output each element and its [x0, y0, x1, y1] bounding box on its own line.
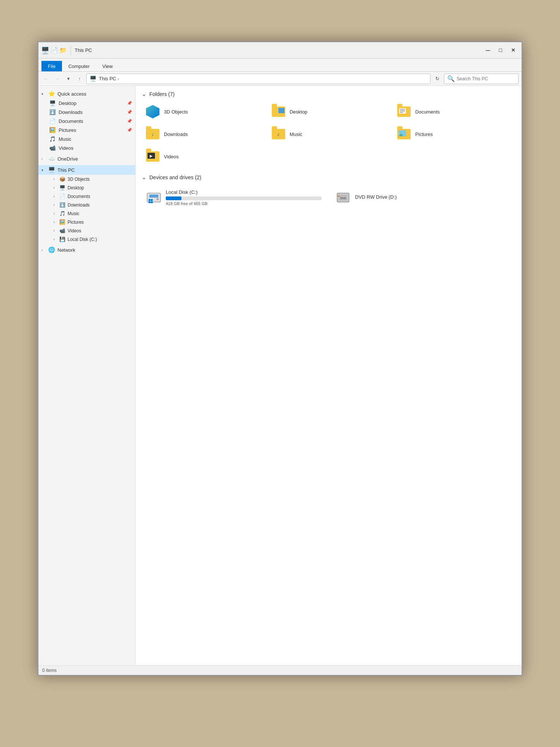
back-button[interactable]: ←: [41, 74, 50, 83]
close-button[interactable]: ✕: [508, 47, 519, 54]
folder-label-documents: Documents: [415, 109, 440, 115]
svg-rect-5: [149, 201, 150, 203]
icon-pictures-sub: 🖼️: [59, 219, 65, 225]
documents-icon: 📄: [49, 118, 56, 124]
dropdown-button[interactable]: ▾: [64, 74, 73, 83]
folder-item-downloads[interactable]: ↓ Downloads: [141, 124, 264, 144]
onedrive-icon: ☁️: [48, 155, 55, 162]
refresh-button[interactable]: ↻: [433, 74, 442, 83]
pin-icon-documents: 📌: [127, 119, 132, 124]
svg-text:DVD: DVD: [340, 197, 346, 199]
sidebar-item-documents[interactable]: 📄 Documents 📌: [38, 117, 135, 125]
title-bar-separator: [71, 45, 71, 56]
address-path[interactable]: 🖥️ This PC ›: [86, 74, 430, 84]
sidebar-thispc-downloads[interactable]: › ⬇️ Downloads: [38, 201, 135, 209]
videos-icon: 📹: [49, 145, 56, 151]
folder-item-videos[interactable]: ▶ Videos: [141, 147, 264, 166]
sidebar-thispc-music[interactable]: › 🎵 Music: [38, 209, 135, 218]
sidebar-thispc-desktop[interactable]: › 🖥️ Desktop: [38, 183, 135, 192]
onedrive-label: OneDrive: [57, 156, 78, 162]
path-chevron: ›: [118, 77, 119, 81]
folder-item-documents[interactable]: Documents: [393, 102, 516, 121]
ribbon: File Computer View: [38, 59, 522, 72]
sidebar-item-desktop[interactable]: 🖥️ Desktop 📌: [38, 99, 135, 108]
drive-info-d: DVD RW Drive (D:): [355, 194, 511, 201]
search-input[interactable]: [457, 76, 515, 81]
ribbon-tabs: File Computer View: [38, 59, 522, 71]
expand-desktop: ›: [53, 186, 58, 190]
icon-localdisk-sub: 💾: [59, 236, 65, 242]
minimize-button[interactable]: ─: [483, 47, 493, 54]
sidebar-thispc-pictures[interactable]: › 🖼️ Pictures: [38, 218, 135, 226]
sidebar-item-pictures[interactable]: 🖼️ Pictures 📌: [38, 125, 135, 134]
folder-icon-wrap-videos: ▶: [145, 150, 160, 163]
thispc-section: ▾ 🖥️ This PC › 📦 3D Objects › 🖥️ Desktop…: [38, 165, 135, 244]
address-bar: ← → ▾ ↑ 🖥️ This PC › ↻ 🔍: [38, 72, 522, 86]
sidebar-item-videos[interactable]: 📹 Videos: [38, 143, 135, 152]
up-button[interactable]: ↑: [75, 74, 84, 83]
sidebar-thispc-documents[interactable]: › 📄 Documents: [38, 192, 135, 201]
window-controls: ─ □ ✕: [483, 47, 519, 54]
icon-documents-sub: 📄: [59, 193, 65, 199]
icon-desktop-sub: 🖥️: [59, 185, 65, 190]
search-icon: 🔍: [447, 75, 455, 82]
svg-rect-6: [151, 201, 153, 203]
tab-file[interactable]: File: [41, 61, 62, 71]
pin-icon-pictures: 📌: [127, 128, 132, 133]
maximize-button[interactable]: □: [496, 47, 505, 54]
expand-documents: ›: [53, 194, 58, 198]
search-box[interactable]: 🔍: [444, 74, 519, 84]
sidebar-item-downloads[interactable]: ⬇️ Downloads 📌: [38, 108, 135, 117]
hdd-svg: [146, 191, 161, 204]
folder-icon-wrap-pictures: [396, 127, 411, 141]
quick-access-section: ▾ ⭐ Quick access 🖥️ Desktop 📌 ⬇️ Downloa…: [38, 89, 135, 152]
pictures-icon: 🖼️: [49, 127, 56, 133]
main-layout: ▾ ⭐ Quick access 🖥️ Desktop 📌 ⬇️ Downloa…: [38, 86, 522, 665]
svg-rect-1: [149, 195, 158, 198]
sidebar-thispc-videos[interactable]: › 📹 Videos: [38, 226, 135, 235]
folder-item-music[interactable]: ♪ Music: [267, 124, 390, 144]
expand-3dobjects: ›: [53, 177, 58, 181]
status-bar: 0 items: [38, 665, 522, 675]
icon-videos-sub: 📹: [59, 228, 65, 233]
title-bar-title: This PC: [75, 47, 92, 53]
folder-icon-wrap-downloads: ↓: [145, 127, 160, 141]
music-icon: 🎵: [49, 136, 56, 142]
folder-icon-title: 📁: [59, 47, 67, 54]
content-area: Folders (7) 3D Objects: [136, 86, 522, 665]
path-label: This PC: [99, 76, 116, 81]
tab-computer[interactable]: Computer: [62, 61, 96, 71]
pin-icon-downloads: 📌: [127, 110, 132, 115]
sidebar-thispc-3dobjects[interactable]: › 📦 3D Objects: [38, 175, 135, 183]
folder-item-pictures[interactable]: Pictures: [393, 124, 516, 144]
folder-item-3dobjects[interactable]: 3D Objects: [141, 102, 264, 121]
drive-info-c: Local Disk (C:) 418 GB free of 465 GB: [166, 189, 321, 206]
svg-point-2: [156, 198, 159, 200]
drive-item-d[interactable]: DVD DVD RW Drive (D:): [331, 185, 516, 210]
folder-label-music: Music: [290, 131, 302, 137]
sidebar-item-music[interactable]: 🎵 Music: [38, 134, 135, 143]
folder-item-desktop[interactable]: Desktop: [267, 102, 390, 121]
expand-videos: ›: [53, 229, 58, 233]
dvd-svg: DVD: [336, 190, 351, 205]
sidebar-thispc-localdisk[interactable]: › 💾 Local Disk (C:): [38, 235, 135, 244]
network-section: › 🌐 Network: [38, 245, 135, 255]
devices-section: Devices and drives (2): [141, 174, 516, 210]
tab-view[interactable]: View: [96, 61, 119, 71]
quick-access-label: Quick access: [57, 91, 86, 97]
title-bar: 🖥️ 📄 📁 This PC ─ □ ✕: [38, 42, 522, 59]
quick-access-header[interactable]: ▾ ⭐ Quick access: [38, 89, 135, 99]
network-header[interactable]: › 🌐 Network: [38, 245, 135, 255]
quick-access-icon: ⭐: [48, 90, 55, 97]
onedrive-header[interactable]: › ☁️ OneDrive: [38, 154, 135, 164]
forward-button[interactable]: →: [53, 74, 62, 83]
folder-icon-wrap-music: ♪: [271, 127, 286, 141]
onedrive-toggle: ›: [41, 157, 47, 161]
drive-item-c[interactable]: Local Disk (C:) 418 GB free of 465 GB: [141, 185, 326, 210]
devices-section-header: Devices and drives (2): [141, 174, 516, 181]
drive-bar-fill-c: [166, 196, 181, 200]
folder-label-downloads: Downloads: [164, 131, 188, 137]
thispc-toggle: ▾: [41, 168, 47, 172]
thispc-header[interactable]: ▾ 🖥️ This PC: [38, 165, 135, 175]
thispc-icon: 🖥️: [48, 167, 55, 173]
